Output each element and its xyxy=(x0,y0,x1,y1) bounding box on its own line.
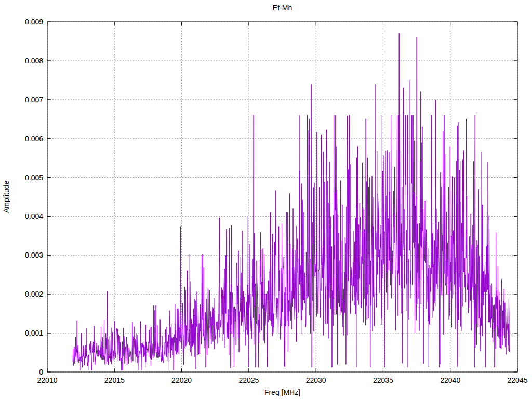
plot-border xyxy=(47,22,517,372)
x-tick-label: 22040 xyxy=(440,376,460,384)
y-tick-label: 0.008 xyxy=(25,57,43,65)
y-tick-label: 0.009 xyxy=(25,18,43,26)
y-tick-label: 0.002 xyxy=(25,290,43,298)
y-tick-label: 0.004 xyxy=(25,212,43,220)
x-tick-label: 22030 xyxy=(306,376,326,384)
x-tick-label: 22015 xyxy=(104,376,125,384)
x-tick-label: 22010 xyxy=(37,376,58,384)
data-trace xyxy=(73,33,509,370)
x-tick-label: 22035 xyxy=(373,376,393,384)
x-tick-label: 22020 xyxy=(171,376,192,384)
y-tick-label: 0.007 xyxy=(25,96,43,104)
y-tick-label: 0.005 xyxy=(25,174,43,182)
y-tick-label: 0 xyxy=(39,368,43,376)
x-tick-label: 22025 xyxy=(238,376,259,384)
plot-canvas: 2201022015220202202522030220352204022045… xyxy=(0,0,532,399)
y-tick-label: 0.001 xyxy=(25,329,43,337)
y-tick-label: 0.006 xyxy=(25,135,43,143)
x-tick-label: 22045 xyxy=(508,376,528,384)
gnuplot-chart-window: Ef-Mh Amplitude Freq [MHz] 2201022015220… xyxy=(0,0,532,399)
y-tick-label: 0.003 xyxy=(25,251,43,259)
